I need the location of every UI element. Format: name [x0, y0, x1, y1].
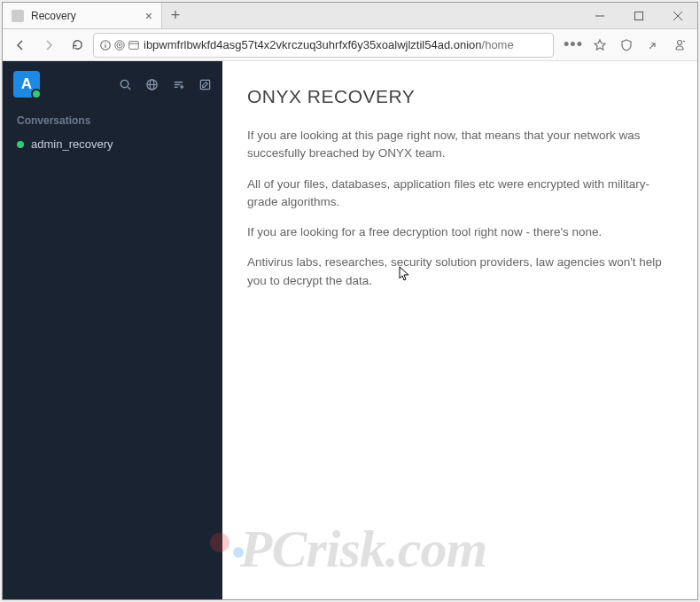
- search-icon[interactable]: [118, 77, 132, 91]
- close-window-button[interactable]: [658, 3, 697, 28]
- conversation-item[interactable]: admin_recovery: [3, 130, 222, 158]
- browser-tab[interactable]: Recovery ×: [3, 3, 162, 28]
- body-paragraph: If you are looking for a free decryption…: [247, 223, 673, 241]
- url-bar[interactable]: ibpwmfrlbwkfd4asg57t4x2vkrczuq3uhrfxf6y3…: [93, 33, 554, 58]
- svg-point-9: [119, 43, 121, 45]
- compose-icon[interactable]: [198, 77, 212, 91]
- body-paragraph: If you are looking at this page right no…: [247, 127, 673, 163]
- browser-window: Recovery × +: [2, 2, 698, 600]
- sort-icon[interactable]: [171, 77, 185, 91]
- bookmark-button[interactable]: [587, 33, 612, 58]
- svg-rect-10: [129, 41, 139, 49]
- body-paragraph: All of your files, databases, applicatio…: [247, 176, 673, 212]
- new-tab-button[interactable]: +: [162, 3, 189, 28]
- window-controls: [580, 3, 697, 28]
- page-content: A Conversations: [3, 61, 697, 599]
- new-identity-button[interactable]: [667, 33, 692, 58]
- security-level-icon[interactable]: [641, 33, 665, 58]
- sidebar: A Conversations: [3, 61, 222, 599]
- info-icon: [99, 39, 112, 51]
- permissions-icon: [128, 39, 140, 51]
- minimize-button[interactable]: [580, 3, 619, 28]
- svg-rect-22: [200, 80, 209, 89]
- main-panel: ONYX RECOVERY If you are looking at this…: [222, 61, 697, 599]
- sidebar-header: A: [3, 61, 222, 107]
- svg-point-14: [121, 80, 128, 87]
- page-title: ONYX RECOVERY: [247, 86, 673, 107]
- identity-icons: [99, 39, 140, 51]
- svg-point-6: [105, 42, 105, 43]
- tab-title: Recovery: [31, 10, 76, 22]
- reload-button[interactable]: [65, 33, 89, 58]
- shield-icon[interactable]: [614, 33, 639, 58]
- status-dot-icon: [17, 141, 24, 148]
- conversation-label: admin_recovery: [31, 137, 113, 151]
- svg-point-12: [649, 47, 651, 49]
- back-button[interactable]: [8, 33, 33, 58]
- body-paragraph: Antivirus labs, researches, security sol…: [247, 254, 673, 290]
- forward-button[interactable]: [36, 33, 61, 58]
- svg-rect-1: [635, 12, 643, 20]
- url-text: ibpwmfrlbwkfd4asg57t4x2vkrczuq3uhrfxf6y3…: [144, 38, 514, 51]
- app-logo[interactable]: A: [13, 71, 40, 98]
- maximize-button[interactable]: [619, 3, 658, 28]
- sidebar-section-label: Conversations: [3, 107, 222, 130]
- svg-point-13: [678, 40, 682, 44]
- tab-favicon: [12, 10, 24, 22]
- globe-icon[interactable]: [144, 77, 159, 91]
- titlebar: Recovery × +: [3, 3, 697, 29]
- navbar: ibpwmfrlbwkfd4asg57t4x2vkrczuq3uhrfxf6y3…: [3, 29, 697, 61]
- onion-icon: [113, 39, 126, 51]
- page-actions-button[interactable]: •••: [561, 33, 586, 58]
- tab-close-icon[interactable]: ×: [144, 9, 154, 23]
- svg-line-15: [128, 87, 130, 90]
